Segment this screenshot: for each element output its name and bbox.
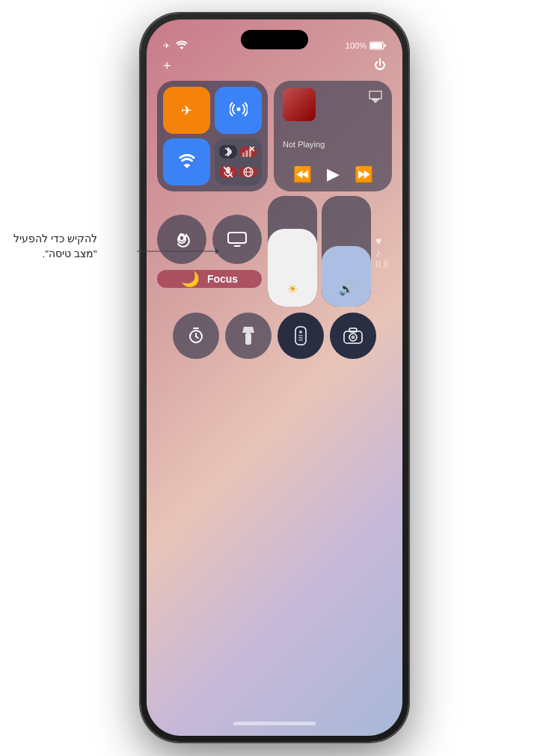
cellular-icon-cell bbox=[239, 147, 257, 157]
screen: ✈ 100% bbox=[147, 19, 402, 736]
focus-icon: 🌙 bbox=[181, 270, 200, 288]
airplane-mode-icon: ✈ bbox=[163, 41, 170, 51]
volume-slider[interactable]: 🔊 bbox=[322, 196, 371, 307]
screen-mirror-button[interactable] bbox=[212, 215, 262, 264]
svg-rect-30 bbox=[298, 339, 303, 341]
media-top bbox=[283, 88, 383, 121]
album-art bbox=[283, 88, 316, 121]
brightness-icon: ☀ bbox=[268, 282, 317, 296]
airplane-mode-button[interactable]: ✈ bbox=[163, 87, 210, 134]
wifi-button[interactable] bbox=[163, 138, 210, 185]
scene: להקיש כדי להפעיל "מצב טיסה". ✈ bbox=[0, 0, 549, 756]
sliders-area: ☀ 🔊 ♥ ♪ ((·)) bbox=[268, 196, 389, 307]
airplay-button[interactable] bbox=[368, 88, 383, 107]
connectivity-block: ✈ bbox=[157, 81, 268, 191]
cc-row-1: ✈ bbox=[157, 81, 392, 191]
media-controls: ⏪ ▶ ⏩ bbox=[283, 165, 383, 184]
not-playing-label: Not Playing bbox=[283, 140, 383, 149]
svg-rect-5 bbox=[242, 153, 245, 157]
sliders-side-icons: ♥ ♪ ((·)) bbox=[375, 232, 389, 271]
add-icon[interactable]: + bbox=[163, 58, 171, 74]
annotation-line1: להקיש כדי להפעיל bbox=[13, 233, 97, 245]
focus-label: Focus bbox=[207, 273, 238, 285]
dynamic-island bbox=[241, 30, 308, 49]
globe-icon-cell bbox=[239, 167, 257, 177]
music-note-icon: ♪ bbox=[375, 247, 389, 259]
mic-icon-cell bbox=[219, 166, 237, 178]
svg-marker-1 bbox=[215, 248, 219, 254]
power-icon[interactable]: ⏻ bbox=[374, 58, 386, 74]
svg-rect-34 bbox=[349, 328, 357, 332]
rewind-button[interactable]: ⏪ bbox=[293, 165, 312, 183]
media-block: Not Playing ⏪ ▶ ⏩ bbox=[274, 81, 392, 191]
wifi-icon bbox=[177, 153, 197, 170]
svg-rect-19 bbox=[228, 233, 246, 243]
brightness-slider[interactable]: ☀ bbox=[268, 196, 317, 307]
svg-rect-28 bbox=[298, 335, 303, 336]
svg-rect-3 bbox=[370, 43, 382, 49]
home-indicator bbox=[233, 722, 316, 725]
wifi-status-icon bbox=[176, 40, 188, 52]
svg-rect-29 bbox=[298, 337, 303, 339]
status-left: ✈ bbox=[163, 40, 188, 52]
top-icons-row: + ⏻ bbox=[147, 58, 402, 74]
timer-button[interactable] bbox=[173, 313, 219, 359]
battery-icon bbox=[369, 41, 386, 50]
svg-marker-18 bbox=[184, 233, 188, 237]
cc-row-bottom bbox=[157, 313, 392, 359]
svg-point-27 bbox=[299, 331, 302, 334]
focus-button[interactable]: 🌙 Focus bbox=[157, 270, 262, 288]
airplane-icon: ✈ bbox=[181, 104, 192, 117]
svg-marker-20 bbox=[233, 245, 241, 247]
hotspot-button[interactable] bbox=[215, 87, 262, 134]
status-right: 100% bbox=[346, 41, 386, 50]
heart-icon: ♥ bbox=[375, 235, 389, 247]
battery-percent: 100% bbox=[346, 41, 366, 50]
control-center: ✈ bbox=[157, 81, 392, 365]
bluetooth-button[interactable] bbox=[215, 138, 262, 185]
annotation-text: להקיש כדי להפעיל "מצב טיסה". bbox=[13, 232, 97, 262]
phone-shell: ✈ 100% bbox=[141, 13, 408, 742]
hotspot-icon bbox=[230, 100, 248, 120]
annotation-line2: "מצב טיסה". bbox=[42, 248, 96, 259]
svg-rect-6 bbox=[246, 150, 248, 157]
forward-button[interactable]: ⏩ bbox=[355, 165, 373, 183]
annotation-arrow bbox=[137, 244, 219, 259]
svg-point-33 bbox=[352, 336, 355, 339]
volume-fill bbox=[322, 246, 371, 307]
signal-icon: ((·)) bbox=[375, 259, 389, 268]
volume-icon: 🔊 bbox=[322, 282, 371, 296]
svg-point-4 bbox=[236, 108, 240, 111]
bluetooth-icon-cell bbox=[219, 145, 237, 159]
svg-marker-23 bbox=[242, 327, 254, 333]
play-button[interactable]: ▶ bbox=[327, 165, 340, 184]
camera-button[interactable] bbox=[330, 313, 376, 359]
remote-button[interactable] bbox=[277, 313, 324, 359]
flashlight-button[interactable] bbox=[225, 313, 272, 359]
